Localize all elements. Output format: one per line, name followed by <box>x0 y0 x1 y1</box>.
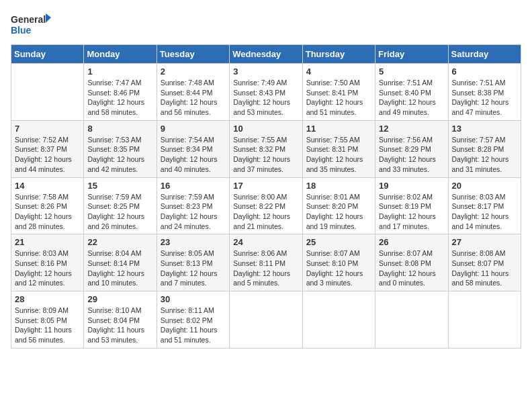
day-info: Sunrise: 8:02 AMSunset: 8:19 PMDaylight:… <box>379 192 444 232</box>
day-info: Sunrise: 8:01 AMSunset: 8:20 PMDaylight:… <box>306 192 371 232</box>
day-number: 11 <box>306 124 371 134</box>
day-info: Sunrise: 8:09 AMSunset: 8:05 PMDaylight:… <box>15 306 80 345</box>
day-info: Sunrise: 8:07 AMSunset: 8:08 PMDaylight:… <box>379 248 444 288</box>
calendar-cell: 19Sunrise: 8:02 AMSunset: 8:19 PMDayligh… <box>375 177 448 234</box>
calendar-week-row: 7Sunrise: 7:52 AMSunset: 8:37 PMDaylight… <box>11 120 521 177</box>
calendar-cell: 2Sunrise: 7:48 AMSunset: 8:44 PMDaylight… <box>157 64 229 121</box>
calendar-cell: 18Sunrise: 8:01 AMSunset: 8:20 PMDayligh… <box>302 177 375 234</box>
day-number: 8 <box>87 124 152 134</box>
day-info: Sunrise: 7:57 AMSunset: 8:28 PMDaylight:… <box>452 135 517 175</box>
day-info: Sunrise: 7:59 AMSunset: 8:23 PMDaylight:… <box>161 192 226 232</box>
calendar-cell: 11Sunrise: 7:55 AMSunset: 8:31 PMDayligh… <box>302 120 375 177</box>
calendar-cell: 20Sunrise: 8:03 AMSunset: 8:17 PMDayligh… <box>448 177 521 234</box>
day-info: Sunrise: 8:11 AMSunset: 8:02 PMDaylight:… <box>161 306 226 345</box>
calendar-cell <box>11 64 84 121</box>
calendar-cell <box>302 291 375 349</box>
day-info: Sunrise: 7:59 AMSunset: 8:25 PMDaylight:… <box>87 192 152 232</box>
day-number: 30 <box>161 294 226 304</box>
day-info: Sunrise: 8:10 AMSunset: 8:04 PMDaylight:… <box>87 306 152 345</box>
day-number: 16 <box>161 181 226 191</box>
day-info: Sunrise: 7:52 AMSunset: 8:37 PMDaylight:… <box>15 135 80 175</box>
calendar-week-row: 1Sunrise: 7:47 AMSunset: 8:46 PMDaylight… <box>11 64 521 121</box>
day-number: 17 <box>233 181 298 191</box>
calendar-week-row: 28Sunrise: 8:09 AMSunset: 8:05 PMDayligh… <box>11 291 521 349</box>
svg-marker-2 <box>46 13 51 23</box>
weekday-header: Wednesday <box>230 45 302 64</box>
calendar-cell: 12Sunrise: 7:56 AMSunset: 8:29 PMDayligh… <box>375 120 448 177</box>
weekday-header: Tuesday <box>157 45 229 64</box>
logo-svg: General Blue <box>11 11 51 38</box>
day-info: Sunrise: 8:00 AMSunset: 8:22 PMDaylight:… <box>233 192 298 232</box>
day-info: Sunrise: 8:08 AMSunset: 8:07 PMDaylight:… <box>452 248 517 288</box>
day-info: Sunrise: 8:06 AMSunset: 8:11 PMDaylight:… <box>233 248 298 288</box>
day-number: 1 <box>87 66 152 77</box>
day-number: 9 <box>161 124 226 134</box>
day-info: Sunrise: 7:50 AMSunset: 8:41 PMDaylight:… <box>306 78 371 118</box>
day-number: 24 <box>233 237 298 247</box>
calendar-cell: 13Sunrise: 7:57 AMSunset: 8:28 PMDayligh… <box>448 120 521 177</box>
day-number: 23 <box>161 237 226 247</box>
day-number: 10 <box>233 124 298 134</box>
weekday-header: Monday <box>84 45 157 64</box>
calendar-cell: 26Sunrise: 8:07 AMSunset: 8:08 PMDayligh… <box>375 234 448 291</box>
calendar-header-row: SundayMondayTuesdayWednesdayThursdayFrid… <box>11 45 521 64</box>
day-info: Sunrise: 8:04 AMSunset: 8:14 PMDaylight:… <box>87 248 152 288</box>
weekday-header: Friday <box>375 45 448 64</box>
logo: General Blue <box>11 11 51 38</box>
day-number: 27 <box>452 237 517 247</box>
day-number: 20 <box>452 181 517 191</box>
day-info: Sunrise: 7:55 AMSunset: 8:32 PMDaylight:… <box>233 135 298 175</box>
day-number: 22 <box>87 237 152 247</box>
day-number: 29 <box>87 294 152 304</box>
calendar-cell: 29Sunrise: 8:10 AMSunset: 8:04 PMDayligh… <box>84 291 157 349</box>
day-info: Sunrise: 8:03 AMSunset: 8:17 PMDaylight:… <box>452 192 517 232</box>
day-info: Sunrise: 7:51 AMSunset: 8:38 PMDaylight:… <box>452 78 517 118</box>
day-info: Sunrise: 7:49 AMSunset: 8:43 PMDaylight:… <box>233 78 298 118</box>
day-info: Sunrise: 7:48 AMSunset: 8:44 PMDaylight:… <box>161 78 226 118</box>
day-number: 25 <box>306 237 371 247</box>
calendar-cell: 1Sunrise: 7:47 AMSunset: 8:46 PMDaylight… <box>84 64 157 121</box>
calendar-cell: 27Sunrise: 8:08 AMSunset: 8:07 PMDayligh… <box>448 234 521 291</box>
day-number: 12 <box>379 124 444 134</box>
day-number: 18 <box>306 181 371 191</box>
calendar-cell: 6Sunrise: 7:51 AMSunset: 8:38 PMDaylight… <box>448 64 521 121</box>
calendar-table: SundayMondayTuesdayWednesdayThursdayFrid… <box>11 44 521 349</box>
day-info: Sunrise: 7:47 AMSunset: 8:46 PMDaylight:… <box>87 78 152 118</box>
calendar-cell <box>448 291 521 349</box>
calendar-cell: 10Sunrise: 7:55 AMSunset: 8:32 PMDayligh… <box>230 120 302 177</box>
calendar-cell: 16Sunrise: 7:59 AMSunset: 8:23 PMDayligh… <box>157 177 229 234</box>
day-info: Sunrise: 7:51 AMSunset: 8:40 PMDaylight:… <box>379 78 444 118</box>
calendar-cell: 25Sunrise: 8:07 AMSunset: 8:10 PMDayligh… <box>302 234 375 291</box>
calendar-cell: 22Sunrise: 8:04 AMSunset: 8:14 PMDayligh… <box>84 234 157 291</box>
day-number: 2 <box>161 66 226 77</box>
day-number: 15 <box>87 181 152 191</box>
day-number: 21 <box>15 237 80 247</box>
calendar-cell: 4Sunrise: 7:50 AMSunset: 8:41 PMDaylight… <box>302 64 375 121</box>
day-number: 5 <box>379 66 444 77</box>
calendar-cell: 23Sunrise: 8:05 AMSunset: 8:13 PMDayligh… <box>157 234 229 291</box>
day-number: 7 <box>15 124 80 134</box>
calendar-cell: 7Sunrise: 7:52 AMSunset: 8:37 PMDaylight… <box>11 120 84 177</box>
day-number: 4 <box>306 66 371 77</box>
calendar-cell: 14Sunrise: 7:58 AMSunset: 8:26 PMDayligh… <box>11 177 84 234</box>
svg-text:Blue: Blue <box>11 25 32 36</box>
day-info: Sunrise: 7:56 AMSunset: 8:29 PMDaylight:… <box>379 135 444 175</box>
day-info: Sunrise: 7:55 AMSunset: 8:31 PMDaylight:… <box>306 135 371 175</box>
day-info: Sunrise: 8:05 AMSunset: 8:13 PMDaylight:… <box>161 248 226 288</box>
day-number: 26 <box>379 237 444 247</box>
calendar-cell: 8Sunrise: 7:53 AMSunset: 8:35 PMDaylight… <box>84 120 157 177</box>
calendar-cell: 30Sunrise: 8:11 AMSunset: 8:02 PMDayligh… <box>157 291 229 349</box>
day-number: 3 <box>233 66 298 77</box>
day-info: Sunrise: 7:53 AMSunset: 8:35 PMDaylight:… <box>87 135 152 175</box>
calendar-cell: 24Sunrise: 8:06 AMSunset: 8:11 PMDayligh… <box>230 234 302 291</box>
calendar-week-row: 21Sunrise: 8:03 AMSunset: 8:16 PMDayligh… <box>11 234 521 291</box>
day-number: 28 <box>15 294 80 304</box>
day-info: Sunrise: 7:54 AMSunset: 8:34 PMDaylight:… <box>161 135 226 175</box>
day-number: 13 <box>452 124 517 134</box>
calendar-cell <box>375 291 448 349</box>
weekday-header: Saturday <box>448 45 521 64</box>
calendar-cell: 15Sunrise: 7:59 AMSunset: 8:25 PMDayligh… <box>84 177 157 234</box>
weekday-header: Sunday <box>11 45 84 64</box>
calendar-cell: 3Sunrise: 7:49 AMSunset: 8:43 PMDaylight… <box>230 64 302 121</box>
calendar-cell: 9Sunrise: 7:54 AMSunset: 8:34 PMDaylight… <box>157 120 229 177</box>
